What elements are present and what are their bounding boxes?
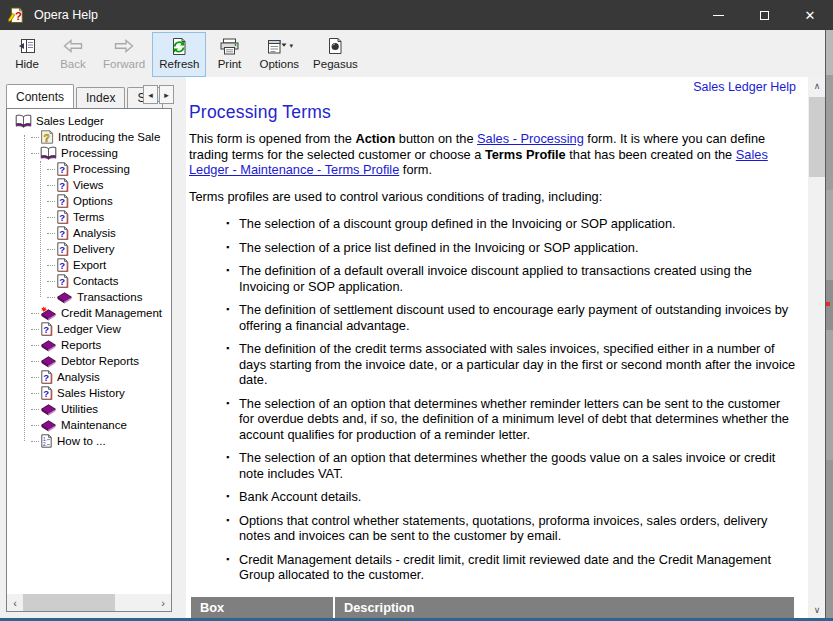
toolbar-pegasus-button[interactable]: Pegasus [306,32,365,77]
scrollbar-thumb[interactable] [23,594,115,611]
tree-horizontal-scrollbar[interactable]: ‹ › [7,594,171,611]
minimize-button[interactable] [695,0,741,30]
maximize-button[interactable] [741,0,787,30]
tree-item-analysis[interactable]: ?Analysis [7,225,171,241]
svg-text:?: ? [59,260,65,271]
tree-item-how-to-[interactable]: 1.2.How to ... [7,433,171,449]
svg-text:?: ? [43,388,49,399]
tree-item-label: Analysis [57,371,100,383]
toolbar-print-button[interactable]: Print [206,32,252,77]
svg-text:?: ? [44,132,50,144]
tree-connector [31,313,39,314]
toolbar-forward-button: Forward [96,32,152,77]
toolbar-button-label: Pegasus [313,58,358,70]
tab-scroll-left-button[interactable]: ◂ [143,85,158,104]
book-open-icon [40,146,57,160]
tree-connector [47,265,55,266]
bullet-item: The selection of a discount group define… [189,216,796,232]
top-link-row: Sales Ledger Help [189,80,796,96]
bullet-item: The selection of an option that determin… [189,450,796,481]
scroll-up-icon[interactable]: ∧ [809,77,825,94]
options-icon: ▾ [266,35,294,57]
maximize-icon [760,11,769,20]
window-title: Opera Help [34,8,695,22]
sales-ledger-help-link[interactable]: Sales Ledger Help [693,80,796,94]
tree-item-label: Sales Ledger [36,115,104,127]
tree-connector [31,409,39,410]
tree-item-label: Maintenance [61,419,127,431]
close-button[interactable]: ✕ [787,0,833,30]
tree-item-label: Delivery [73,243,115,255]
page-help-icon: ? [56,210,69,224]
tree-item-introducing-the-sale[interactable]: ?Introducing the Sale [7,129,171,145]
tab-scroll-right-button[interactable]: ▸ [159,85,174,104]
tree-item-reports[interactable]: Reports [7,337,171,353]
toolbar-refresh-button[interactable]: Refresh [152,32,206,77]
tree-item-credit-management[interactable]: Credit Management [7,305,171,321]
tree-connector [47,233,55,234]
bullet-item: Bank Account details. [189,489,796,505]
tree-item-contacts[interactable]: ?Contacts [7,273,171,289]
tree-item-processing[interactable]: ?Processing [7,161,171,177]
tab-scroll-buttons: ◂ ▸ [142,85,174,104]
box-description-table: BoxDescription Use Custom Profile?An opt… [189,595,796,619]
scroll-down-icon[interactable]: ∨ [809,601,825,618]
page-help-icon: ? [56,162,69,176]
opera-help-window: ? Opera Help ✕ HideBackForwardRefreshPri… [0,0,833,621]
page-help-icon: ? [56,194,69,208]
contents-tree: Sales Ledger?Introducing the SaleProcess… [7,109,171,449]
page-title: Processing Terms [189,105,796,121]
tree-item-label: Export [73,259,106,271]
tree-connector [47,201,55,202]
page-help-icon: ? [56,178,69,192]
svg-text:?: ? [59,276,65,287]
tree-item-utilities[interactable]: Utilities [7,401,171,417]
bullet-item: The definition of a default overall invo… [189,263,796,294]
page-howto-icon: 1.2. [40,434,53,448]
bullet-item: Options that control whether statements,… [189,513,796,544]
tree-item-ledger-view[interactable]: ?Ledger View [7,321,171,337]
tab-scroll-left-icon: ◂ [148,90,153,100]
tree-item-options[interactable]: ?Options [7,193,171,209]
tree-item-analysis[interactable]: ?Analysis [7,369,171,385]
scrollbar-thumb[interactable] [809,97,825,177]
content-link[interactable]: Sales - Processing [477,131,584,146]
tab-contents[interactable]: Contents [6,84,74,108]
background-window-sliver [826,30,833,621]
tree-item-processing[interactable]: Processing [7,145,171,161]
main-area: ContentsIndexSear ◂ ▸ Sales Ledger?Intro… [0,77,826,618]
tree-connector [47,185,55,186]
scroll-right-icon[interactable]: › [155,594,171,611]
svg-text:2.: 2. [43,442,47,447]
bullet-item: The definition of settlement discount us… [189,302,796,333]
tree-item-label: Views [73,179,103,191]
tree-connector [31,345,39,346]
tree-connector [31,153,39,154]
svg-text:?: ? [43,324,49,335]
tree-item-views[interactable]: ?Views [7,177,171,193]
tree-item-sales-ledger[interactable]: Sales Ledger [7,113,171,129]
toolbar-button-label: Hide [15,58,39,70]
book-closed-icon [40,338,57,352]
tree-item-sales-history[interactable]: ?Sales History [7,385,171,401]
tree-item-debtor-reports[interactable]: Debtor Reports [7,353,171,369]
tree-item-label: Analysis [73,227,116,239]
tab-index[interactable]: Index [76,87,125,108]
toolbar-hide-button[interactable]: Hide [4,32,50,77]
tree-connector [31,441,39,442]
tree-item-terms[interactable]: ?Terms [7,209,171,225]
tree-item-label: Processing [73,163,130,175]
toolbar-options-button[interactable]: ▾Options [252,32,306,77]
tree-item-transactions[interactable]: Transactions [7,289,171,305]
tree-item-delivery[interactable]: ?Delivery [7,241,171,257]
refresh-icon [170,35,188,57]
tree-item-label: Debtor Reports [61,355,139,367]
table-header-box: Box [191,597,333,619]
scroll-left-icon[interactable]: ‹ [7,594,23,611]
bullet-item: The selection of an option that determin… [189,396,796,443]
tree-connector [47,297,55,298]
tree-item-maintenance[interactable]: Maintenance [7,417,171,433]
content-vertical-scrollbar[interactable]: ∧ ∨ [809,77,825,618]
tree-item-label: Credit Management [61,307,162,319]
tree-item-export[interactable]: ?Export [7,257,171,273]
